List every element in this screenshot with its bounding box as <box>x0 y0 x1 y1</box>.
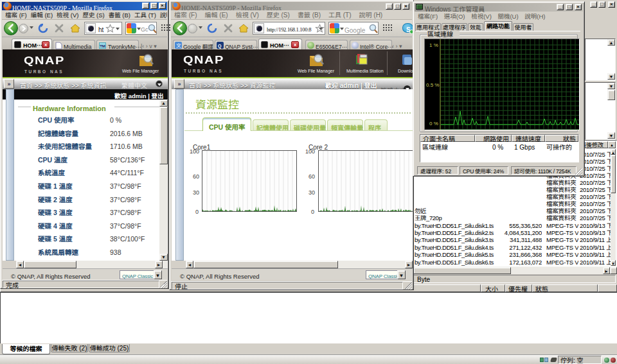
svg-text:0.5 %: 0.5 % <box>426 82 439 88</box>
svg-text:1 %: 1 % <box>429 42 438 48</box>
svg-text:0 %: 0 % <box>429 121 438 126</box>
